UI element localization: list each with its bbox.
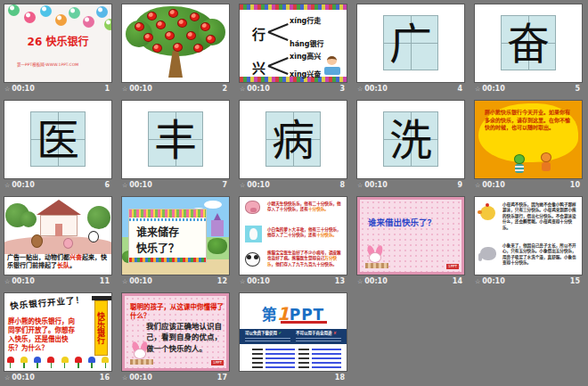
link-labels <box>252 349 263 368</box>
balloon-decoration <box>8 4 20 16</box>
apple-icon <box>177 19 187 28</box>
slide-meta-15: ☆00:10 15 <box>475 275 582 287</box>
template-credit: 第一PPT模板网-WWW.1PPT.COM <box>17 62 78 67</box>
bank-announcement-text: 胖小熊快乐银行今天开业。如果你有多余的快乐，请存到这里。在你不愉快的时候，也可以… <box>485 109 572 132</box>
fence-decoration <box>365 263 388 268</box>
practice-character: 丰 <box>149 112 202 168</box>
panda-paragraph: 熊猫宝宝医生治好了不少小病号，调皮猴也治好了病。熊猫医生觉得自己万分快乐，他们存… <box>267 250 343 267</box>
rabbit-face <box>369 252 381 263</box>
slide-meta-4: ☆00:10 4 <box>357 83 464 94</box>
slide-time: 00:10 <box>482 85 504 93</box>
slide-cell-3: 行 xíng行走 háng银行 兴 xìng高兴 xīng兴奋 ☆00:10 3 <box>235 0 353 96</box>
paragraph-text: 小猪天生快快乐乐，他有二十分快乐，他存入了十分快乐，还有 <box>267 201 341 211</box>
pinyin-entry: xīng兴奋 <box>290 69 321 78</box>
slide-cell-4: 广 ☆00:10 4 <box>353 0 470 96</box>
license-fineprint <box>296 338 341 342</box>
practice-character: 医 <box>31 112 85 168</box>
dog-head <box>541 152 551 162</box>
slide-thumbnail-2[interactable] <box>122 4 229 82</box>
hen-clipart <box>480 206 495 220</box>
slide-time: 00:10 <box>482 181 504 189</box>
castle-clipart <box>211 220 224 236</box>
slide-thumbnail-10[interactable]: 胖小熊快乐银行今天开业。如果你有多余的快乐，请存到这里。在你不愉快的时候，也可以… <box>475 101 582 178</box>
character-grid: 医 <box>30 111 86 167</box>
pinyin-entry: xìng高兴 <box>290 51 321 61</box>
slide-number: 11 <box>100 277 111 285</box>
practice-character: 病 <box>266 112 320 168</box>
apple-icon <box>206 35 216 44</box>
slide-time: 00:10 <box>12 277 34 285</box>
slide-number: 4 <box>457 85 464 93</box>
slide-cell-17: 聪明的孩子，从这课中你懂得了什么？ 我们应该正确地认识自己，看到自身的优点，做一… <box>118 289 235 385</box>
empty-cell <box>353 289 470 385</box>
cat-body <box>515 164 524 173</box>
rabbit-paragraph: 小白兔的萝卜大丰收，他有三十分快乐，他存入了二十分快乐，还有十分快乐。 <box>267 227 343 239</box>
transition-star-icon: ☆ <box>4 182 10 189</box>
transition-star-icon: ☆ <box>4 86 10 93</box>
slide-cell-10: 胖小熊快乐银行今天开业。如果你有多余的快乐，请存到这里。在你不愉快的时候，也可以… <box>470 96 588 193</box>
slide-cell-18: 第1PPT 可以免费下载使用 ✔ 不可以用于商业用途 ✘ <box>235 289 353 385</box>
slide-time: 00:10 <box>12 85 34 93</box>
practice-character: 洗 <box>384 112 437 168</box>
slide-cell-12: 谁来储存 快乐了？ ☆00:10 12 <box>118 193 235 289</box>
balloon-decoration <box>69 7 80 19</box>
slide-thumbnail-8[interactable]: 病 <box>240 101 347 178</box>
transition-star-icon: ☆ <box>4 374 10 382</box>
slide-cell-14: 谁来借出快乐了？ 1PPT ☆00:10 14 <box>353 193 470 289</box>
slide-thumbnail-15[interactable]: 小母鸡不快乐，因为她不会像小鸭子那样游泳，只有三分快乐。小母鸡来到胖小熊的快乐银… <box>475 197 582 275</box>
slide-thumbnail-13[interactable]: 小猪天生快快乐乐，他有二十分快乐，他存入了十分快乐，还有十分快乐。 小白兔的萝卜… <box>240 197 347 275</box>
slide-thumbnail-11[interactable]: 广告一贴出，动物们都兴奋起来，快乐银行门前排起了长队。 <box>4 197 111 275</box>
character-grid: 奋 <box>501 15 556 70</box>
dog-clipart <box>541 152 551 171</box>
slide-meta-10: ☆00:10 10 <box>475 179 582 191</box>
slide-thumbnail-12[interactable]: 谁来储存 快乐了？ <box>122 197 229 275</box>
slide-meta-8: ☆00:10 8 <box>240 179 347 191</box>
slide-time: 00:10 <box>482 277 504 285</box>
apple-icon <box>200 22 210 31</box>
slide-number: 6 <box>104 181 111 189</box>
slide-cell-6: 医 ☆00:10 6 <box>0 96 118 193</box>
bear-clipart <box>31 234 43 248</box>
slide-thumbnail-16[interactable]: 快乐银行开业了！ 胖小熊的快乐银行，向同学们开放了。你想存入快乐，还是借出快乐？… <box>4 293 111 371</box>
slide-cell-7: 丰 ☆00:10 7 <box>118 96 235 193</box>
student-desk-clipart <box>324 67 340 75</box>
slide-number: 8 <box>339 181 347 189</box>
slide-thumbnail-18[interactable]: 第1PPT 可以免费下载使用 ✔ 不可以用于商业用途 ✘ <box>240 293 347 371</box>
bracket-line <box>268 65 289 74</box>
slide-time: 00:10 <box>247 277 269 285</box>
apple-icon <box>186 31 196 40</box>
balloon-decoration <box>96 6 108 18</box>
slide-meta-11: ☆00:10 11 <box>4 275 111 287</box>
slide-thumbnail-6[interactable]: 医 <box>4 101 111 178</box>
check-icon: ✔ <box>279 331 282 335</box>
bracket-line <box>268 23 289 32</box>
garland-border-top <box>240 4 347 10</box>
empty-cell <box>470 289 588 385</box>
slide-thumbnail-1[interactable]: 26 快乐银行 第一PPT模板网-WWW.1PPT.COM <box>4 4 111 82</box>
slide-thumbnail-14[interactable]: 谁来借出快乐了？ 1PPT <box>357 197 464 275</box>
pig-paragraph: 小猪天生快快乐乐，他有二十分快乐，他存入了十分快乐，还有十分快乐。 <box>267 201 343 213</box>
slide-cell-5: 奋 ☆00:10 5 <box>470 0 588 96</box>
tulip-icon <box>88 357 96 369</box>
slide-thumbnail-9[interactable]: 洗 <box>357 101 464 178</box>
license-denied-title: 不可以用于商业用途 ✘ <box>296 331 341 337</box>
transition-star-icon: ☆ <box>240 86 245 93</box>
balloon-decoration <box>83 16 94 28</box>
balloon-decoration <box>24 12 36 23</box>
slide-thumbnail-5[interactable]: 奋 <box>475 4 582 82</box>
slide-thumbnail-4[interactable]: 广 <box>357 4 464 82</box>
slide-time: 00:10 <box>12 374 34 382</box>
lesson-title: 26 快乐银行 <box>4 33 111 48</box>
link-list-right <box>298 349 341 368</box>
tulip-row <box>6 357 110 369</box>
slide-thumbnail-3[interactable]: 行 xíng行走 háng银行 兴 xìng高兴 xīng兴奋 <box>240 4 347 82</box>
slide-cell-15: 小母鸡不快乐，因为她不会像小鸭子那样游泳，只有三分快乐。小母鸡来到胖小熊的快乐银… <box>470 193 588 289</box>
pig-face <box>245 201 260 214</box>
slide-meta-13: ☆00:10 13 <box>240 275 347 287</box>
elephant-clipart <box>480 247 496 260</box>
tulip-icon <box>61 357 69 369</box>
slide-thumbnail-17[interactable]: 聪明的孩子，从这课中你懂得了什么？ 我们应该正确地认识自己，看到自身的优点，做一… <box>122 293 229 371</box>
question-line-2: 快乐了？ <box>136 241 208 257</box>
tulip-icon <box>47 357 55 369</box>
slide-thumbnail-7[interactable]: 丰 <box>122 101 229 178</box>
